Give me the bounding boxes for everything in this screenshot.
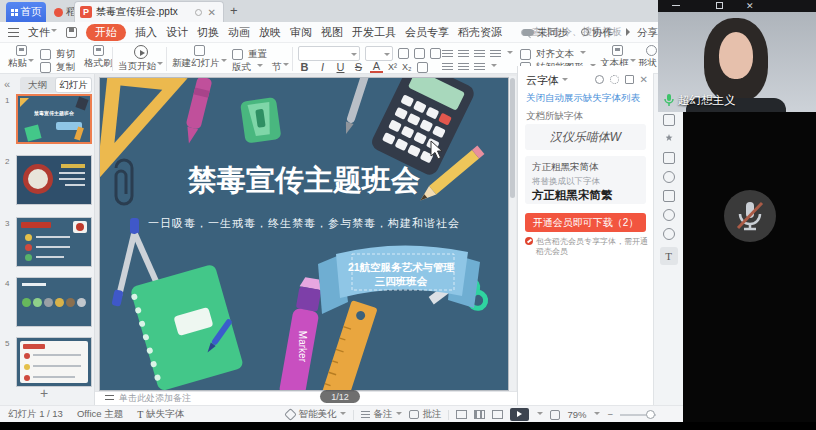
slideshow-play-button[interactable] bbox=[510, 408, 529, 421]
close-window-button[interactable]: ✕ bbox=[746, 1, 754, 11]
zoom-out-button[interactable]: − bbox=[607, 409, 613, 420]
video-muted-tile[interactable] bbox=[683, 112, 816, 422]
menu-design[interactable]: 设计 bbox=[166, 25, 188, 40]
pin-icon[interactable] bbox=[625, 75, 634, 84]
bullets-icon[interactable] bbox=[442, 63, 453, 72]
download-member-button[interactable]: 开通会员即可下载（2） bbox=[525, 213, 646, 232]
banner-line1[interactable]: 21航空服务艺术与管理 bbox=[348, 261, 455, 273]
menu-member[interactable]: 会员专享 bbox=[405, 25, 449, 40]
zoom-slider-handle[interactable] bbox=[646, 410, 655, 419]
help-icon[interactable] bbox=[663, 171, 675, 183]
cut-button[interactable]: 剪切 bbox=[40, 47, 75, 61]
zoom-level[interactable]: 79% bbox=[567, 409, 586, 420]
banner-line2[interactable]: 三四班班会 bbox=[375, 275, 428, 287]
font-size-combo[interactable] bbox=[365, 46, 393, 61]
new-tab-button[interactable]: + bbox=[230, 3, 238, 18]
comments-button[interactable]: 批注 bbox=[409, 408, 441, 421]
missing-font-item-1[interactable]: 汉仪乐喵体W bbox=[525, 124, 646, 150]
numbering-icon[interactable] bbox=[458, 63, 469, 72]
history-icon[interactable] bbox=[663, 228, 675, 240]
subscript-button[interactable]: X₂ bbox=[402, 62, 412, 72]
slide-title[interactable]: 禁毒宣传主题班会 bbox=[187, 164, 420, 196]
align-left-icon[interactable] bbox=[442, 50, 453, 59]
tab-slides[interactable]: 幻灯片 bbox=[55, 77, 92, 93]
slide-subtitle[interactable]: 一日吸毒，一生戒毒，终生禁毒，参与禁毒，构建和谐社会 bbox=[148, 217, 460, 229]
share-button[interactable]: 分享 bbox=[626, 26, 658, 40]
location-icon[interactable] bbox=[663, 209, 675, 221]
hamburger-icon[interactable] bbox=[8, 28, 19, 37]
line-spacing-icon[interactable] bbox=[490, 50, 501, 59]
menu-docer[interactable]: 稻壳资源 bbox=[458, 25, 502, 40]
add-slide-button[interactable]: + bbox=[40, 385, 48, 401]
align-center-icon[interactable] bbox=[458, 50, 469, 59]
underline-button[interactable]: U bbox=[334, 61, 347, 73]
slide-thumbnail-1[interactable]: 禁毒宣传主题班会 bbox=[16, 94, 92, 144]
highlight-icon[interactable] bbox=[417, 62, 428, 73]
slide-thumbnail-5[interactable] bbox=[16, 337, 92, 387]
theme-name[interactable]: Office 主题 bbox=[77, 408, 123, 421]
settings-icon[interactable] bbox=[610, 75, 619, 84]
properties-icon[interactable] bbox=[663, 114, 675, 126]
favorites-icon[interactable] bbox=[663, 133, 675, 145]
paste-button[interactable]: 粘贴 bbox=[8, 45, 34, 69]
slide-thumbnail-3[interactable] bbox=[16, 217, 92, 267]
font-color-button[interactable]: A bbox=[370, 61, 383, 73]
indent-icon[interactable] bbox=[474, 63, 485, 72]
menu-insert[interactable]: 插入 bbox=[135, 25, 157, 40]
fit-window-icon[interactable] bbox=[550, 410, 560, 420]
slide-thumbnail-4[interactable] bbox=[16, 277, 92, 327]
align-text-button[interactable]: 对齐文本 bbox=[520, 47, 586, 61]
menu-review[interactable]: 审阅 bbox=[290, 25, 312, 40]
menu-slideshow[interactable]: 放映 bbox=[259, 25, 281, 40]
reading-view-icon[interactable] bbox=[492, 410, 503, 419]
bold-button[interactable]: B bbox=[298, 61, 311, 73]
notes-toggle-button[interactable]: 备注 bbox=[361, 408, 402, 421]
decrease-font-icon[interactable] bbox=[414, 48, 425, 59]
zoom-slider[interactable] bbox=[620, 414, 656, 416]
missing-fonts-status[interactable]: T 缺失字体 bbox=[137, 408, 184, 421]
menu-start[interactable]: 开始 bbox=[86, 24, 126, 41]
panel-caret-icon[interactable] bbox=[562, 78, 568, 84]
tab-home[interactable]: 首页 bbox=[6, 2, 46, 22]
close-panel-icon[interactable]: ✕ bbox=[640, 74, 648, 85]
pin-tab-icon[interactable] bbox=[195, 9, 202, 16]
format-painter-button[interactable]: 格式刷 bbox=[84, 45, 113, 69]
italic-button[interactable]: I bbox=[316, 61, 329, 73]
slide-canvas[interactable]: Marker bbox=[100, 78, 508, 390]
font-family-combo[interactable] bbox=[298, 46, 360, 61]
save-icon[interactable] bbox=[66, 27, 77, 38]
reset-button[interactable]: 重置 bbox=[232, 47, 267, 61]
beautify-button[interactable]: 智能美化 bbox=[286, 408, 346, 421]
strikethrough-button[interactable]: S bbox=[352, 61, 365, 73]
align-right-icon[interactable] bbox=[474, 50, 485, 59]
feedback-icon[interactable] bbox=[595, 75, 604, 84]
increase-font-icon[interactable] bbox=[398, 48, 409, 59]
copy-button[interactable]: 复制 bbox=[40, 60, 75, 74]
close-tab-icon[interactable]: ✕ bbox=[206, 7, 218, 18]
canvas-scrollbar[interactable] bbox=[509, 76, 516, 391]
gallery-icon[interactable] bbox=[663, 190, 675, 202]
notes-bar[interactable]: 单击此处添加备注 bbox=[95, 391, 517, 405]
slide-thumbnail-2[interactable] bbox=[16, 155, 92, 205]
minimize-button[interactable] bbox=[672, 5, 680, 6]
collapse-panel-button[interactable]: « bbox=[4, 78, 10, 90]
normal-view-icon[interactable] bbox=[456, 410, 467, 419]
menu-transition[interactable]: 切换 bbox=[197, 25, 219, 40]
clear-format-icon[interactable] bbox=[430, 48, 441, 59]
missing-font-item-2[interactable]: 方正粗黑宋简体 将替换成以下字体 方正粗黑宋简繁 bbox=[525, 156, 646, 204]
sync-status[interactable]: 未同步 bbox=[522, 26, 568, 40]
superscript-button[interactable]: X² bbox=[388, 62, 397, 72]
menu-view[interactable]: 视图 bbox=[321, 25, 343, 40]
section-button[interactable]: 节 bbox=[272, 61, 289, 74]
maximize-button[interactable] bbox=[716, 2, 723, 9]
text-tool-button[interactable]: T bbox=[660, 247, 678, 265]
menu-animation[interactable]: 动画 bbox=[228, 25, 250, 40]
layout-button[interactable]: 版式 节 bbox=[232, 60, 289, 74]
pages-icon[interactable] bbox=[663, 152, 675, 164]
collaborate-button[interactable]: 协作 bbox=[581, 26, 613, 40]
play-current-button[interactable]: 当页开始 bbox=[118, 45, 163, 72]
new-slide-button[interactable]: 新建幻灯片 bbox=[172, 45, 227, 69]
tab-outline[interactable]: 大纲 bbox=[20, 77, 55, 93]
menu-file[interactable]: 文件 bbox=[28, 25, 57, 40]
tab-document[interactable]: P 禁毒宣传班会.pptx ✕ bbox=[74, 1, 224, 22]
